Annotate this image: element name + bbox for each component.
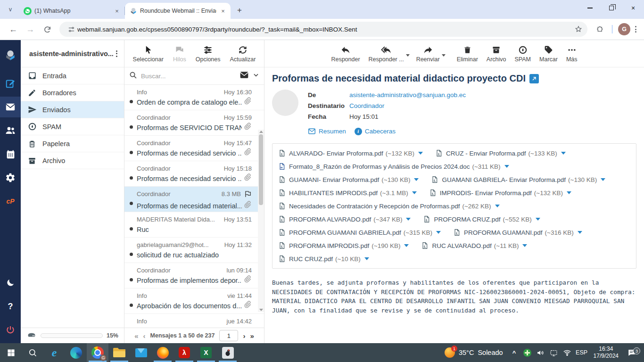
volume-icon[interactable] [534,349,547,357]
attachment-menu-caret-icon[interactable] [536,218,540,221]
settings-nav-button[interactable] [0,167,21,188]
attachment-item[interactable]: PROFORMA CRUZ.pdf (~552 KB) [423,213,540,226]
excel-icon[interactable]: X [195,343,217,362]
dark-mode-icon[interactable] [0,272,21,293]
message-row[interactable]: Info vie 11:44 Aprobación de los documen… [124,288,264,314]
tab-search-chevron-icon[interactable]: v [4,3,17,16]
notification-center-icon[interactable]: 3 [622,348,641,357]
browser-menu-icon[interactable] [632,23,639,35]
attachment-item[interactable]: RUC ALVARADO.pdf (~11 KB) [421,239,527,252]
scrollbar-thumb[interactable] [259,134,263,205]
mail-app-icon[interactable] [130,343,152,362]
attachment-item[interactable]: RUC CRUZ.pdf (~10 KB) [278,252,369,265]
url-bar[interactable]: webmail.sanjuan.gob.ec/cpsess0500890797/… [59,22,587,37]
delete-button[interactable]: Eliminar [453,43,482,65]
spam-button[interactable]: SPAM [511,43,535,65]
forward-caret-icon[interactable] [442,54,446,57]
list-scrollbar[interactable] [258,130,264,312]
new-tab-button[interactable]: + [233,4,246,16]
attachment-menu-caret-icon[interactable] [601,178,605,181]
message-row[interactable]: Coordinador Hoy 15:18 Proformas de neces… [124,161,264,187]
cast-screen-icon[interactable] [547,349,561,357]
attachment-item[interactable]: PROFORMA GUAMANI.pdf (~316 KB) [453,226,582,239]
tab-close-icon[interactable]: × [113,7,121,15]
attachment-menu-caret-icon[interactable] [412,191,417,194]
attachment-item[interactable]: GUAMANI- Enviar Proforma.pdf (~130 KB) [278,173,419,186]
tray-chevron-icon[interactable]: ^ [508,349,521,356]
back-icon[interactable]: ← [6,22,20,36]
attachment-item[interactable]: HABILITANTES IMPRODIS.pdf (~3.1 MB) [278,186,417,199]
attachment-menu-caret-icon[interactable] [436,231,441,234]
attachment-item[interactable]: Necesidades de Contratación y Recepción … [278,199,630,213]
reply-all-caret-icon[interactable] [406,54,410,57]
file-explorer-icon[interactable] [108,343,130,362]
help-icon[interactable]: ? [0,296,21,317]
folder-archivo[interactable]: Archivo [21,152,124,169]
message-row[interactable]: Coordinador Hoy 15:47 Proformas de neces… [124,136,264,161]
browser-profile-avatar[interactable]: G [618,23,630,35]
attachment-menu-caret-icon[interactable] [495,205,500,207]
message-row[interactable]: gabrielaguamani29@hot... Hoy 11:32 solic… [124,238,264,263]
calendar-nav-button[interactable] [0,144,21,165]
message-row[interactable]: Coordinador lun 09:14 Proformas de imple… [124,263,264,288]
message-row[interactable]: Coordinador Hoy 15:59 Proformas de SERVI… [124,110,264,136]
acrobat-icon[interactable]: λ [173,343,195,362]
attachment-menu-caret-icon[interactable] [504,165,509,168]
attachment-item[interactable]: ALVARADO- Enviar Proforma.pdf (~132 KB) [278,147,423,160]
bookmark-star-icon[interactable] [572,23,585,35]
minimize-button[interactable] [579,0,601,16]
attachment-item[interactable]: PROFORMA GUAMANI GABRIELA.pdf (~315 KB) [278,226,441,239]
attachment-menu-caret-icon[interactable] [522,244,527,247]
tab-roundcube[interactable]: Roundcube Webmail :: Enviados × [125,3,231,19]
attachment-menu-caret-icon[interactable] [578,231,582,234]
forward-icon[interactable]: → [23,22,37,36]
headers-button[interactable]: i Cabeceras [355,126,396,137]
cpanel-icon[interactable]: cP [0,191,21,212]
edge-icon[interactable] [65,343,87,362]
summary-button[interactable]: Resumen [308,126,346,137]
folder-spam[interactable]: SPAM [21,118,124,135]
reply-button[interactable]: Responder [327,43,363,65]
taskbar-search-icon[interactable] [22,343,43,362]
mail-nav-button[interactable] [0,97,21,117]
search-options-chevron-icon[interactable] [253,72,259,80]
from-address-link[interactable]: asistente-administrativo@sanjuan.gob.ec [349,91,466,99]
refresh-icon[interactable] [40,22,54,36]
attachment-menu-caret-icon[interactable] [567,191,571,194]
start-button[interactable] [0,343,22,362]
folder-options-icon[interactable] [113,48,120,60]
compose-button[interactable] [0,73,21,94]
attachment-item[interactable]: CRUZ - Enviar Proforma.pdf (~133 KB) [435,147,566,160]
attachment-item[interactable]: PROFORMA ALVARADO.pdf (~347 KB) [278,213,411,226]
search-scope-envelope-icon[interactable] [239,70,249,82]
message-row[interactable]: Coordinador 8.3 MB Proformas de necesida… [124,187,264,212]
site-info-icon[interactable] [65,23,77,35]
attachment-menu-caret-icon[interactable] [418,152,423,155]
language-indicator[interactable]: ESP [574,349,590,356]
archive-button[interactable]: Archivo [483,43,510,65]
mark-button[interactable]: Marcar [536,43,561,65]
attachment-menu-caret-icon[interactable] [364,257,369,260]
maximize-button[interactable] [601,0,622,16]
open-in-new-window-icon[interactable] [529,74,539,83]
java-app-icon[interactable] [217,343,239,362]
refresh-list-button[interactable]: Actualizar [226,43,260,65]
last-page-icon[interactable]: » [250,332,254,340]
folder-papelera[interactable]: Papelera [21,135,124,152]
forward-button[interactable]: Reenviar [413,43,444,65]
select-button[interactable]: Seleccionar [129,43,167,65]
internet-explorer-icon[interactable]: e [43,343,65,362]
message-row[interactable]: Info jue 14:42 [124,314,264,328]
attachment-menu-caret-icon[interactable] [404,244,409,247]
folder-borradores[interactable]: Borradores [21,84,124,101]
clock[interactable]: 16:34 17/9/2024 [590,346,622,360]
threads-button[interactable]: Hilos [169,43,190,65]
attachment-item[interactable]: PROFORMA IMPRODIS.pdf (~190 KB) [278,239,409,252]
to-link[interactable]: Coordinador [349,102,384,109]
page-number-input[interactable] [219,330,238,341]
attachment-item[interactable]: w Formato_8_Razón de Proformas y Análisi… [278,160,630,173]
folder-entrada[interactable]: Entrada [21,67,124,84]
logout-power-icon[interactable] [0,320,21,340]
firefox-icon[interactable] [152,343,173,362]
antivirus-shield-icon[interactable] [521,349,534,357]
